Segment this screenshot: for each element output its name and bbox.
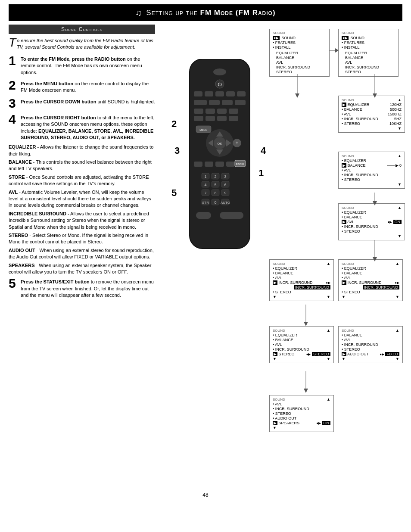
svg-rect-34 [215,162,224,167]
svg-rect-20 [229,116,238,121]
svg-text:STR: STR [202,201,209,205]
svg-text:4: 4 [204,183,206,187]
svg-rect-11 [222,100,233,105]
panel-equalizer: SOUND ▲ ▶ EQUALIZER 120HZ • BALANCE500HZ… [338,96,405,133]
svg-marker-69 [373,257,377,261]
step-2: 2 Press the MENU button on the remote co… [9,79,155,94]
panel-audio-out: SOUND ▲ • BALANCE • AVL • INCR. SURROUND… [338,326,403,363]
step-5: 5 Press the STATUS/EXIT button to remove… [9,277,155,299]
svg-text:3: 3 [224,174,226,179]
svg-marker-73 [304,389,308,393]
panel-stereo: SOUND ▲ • EQUALIZER • BALANCE • AVL • IN… [269,326,334,363]
svg-rect-5 [205,91,213,96]
panel-1: SOUND ●▶SOUND • FEATURES • INSTALL EQUAL… [269,29,330,77]
left-column: Sound Controls To ensure the best sound … [9,25,155,490]
svg-rect-7 [226,91,235,96]
svg-text:OK: OK [217,142,222,146]
step-3-label: 3 [174,145,180,156]
svg-rect-13 [194,109,203,114]
svg-rect-19 [217,116,227,121]
music-icon: ♫ [135,8,142,18]
svg-text:RADIO: RADIO [236,163,244,165]
svg-marker-71 [304,322,308,326]
svg-text:⏻: ⏻ [218,82,222,87]
svg-marker-65 [295,93,299,98]
right-column: ⏻ [159,25,405,490]
svg-text:0: 0 [214,200,216,205]
header-title: Setting up the FM Mode (FM Radio) [146,9,275,17]
svg-marker-75 [335,48,339,53]
step-1-label: 1 [258,168,264,179]
step-1: 1 To enter the FM Mode, press the RADIO … [9,54,155,76]
section-heading: Sound Controls [9,25,155,34]
remote-control: ⏻ [181,59,258,258]
svg-text:1: 1 [204,174,206,179]
panel-incr-right: SOUND ▲ • EQUALIZER • BALANCE • AVL ▶ IN… [338,259,403,301]
svg-rect-4 [194,91,202,96]
svg-text:5: 5 [214,183,216,187]
svg-point-1 [213,68,226,75]
svg-rect-6 [215,91,224,96]
svg-rect-63 [220,212,243,219]
svg-rect-12 [235,100,246,105]
svg-text:6: 6 [224,183,226,187]
step-4: 4 Press the CURSOR RIGHT button to shift… [9,113,155,141]
intro-text: To ensure the best sound quality from th… [9,37,155,51]
svg-rect-17 [194,116,203,121]
svg-rect-8 [237,91,246,96]
panel-speakers: SOUND ▲ • AVL • INCR. SURROUND • STEREO … [269,395,334,432]
svg-rect-62 [196,212,211,219]
svg-marker-67 [373,93,377,98]
step-5-label: 5 [171,187,177,199]
step-3: 3 Press the CURSOR DOWN button until SOU… [9,97,155,110]
terms-section: EQUALIZER - Allows the listener to chang… [9,144,155,275]
svg-rect-15 [217,109,227,114]
page-number: 48 [0,492,411,498]
svg-rect-14 [206,109,215,114]
step-4-label: 4 [261,145,266,156]
svg-rect-35 [226,162,235,167]
step-2-label: 2 [171,118,177,130]
page-header: ♫ Setting up the FM Mode (FM Radio) [9,4,402,21]
svg-text:8: 8 [214,191,216,195]
svg-marker-77 [373,201,377,205]
svg-rect-32 [194,162,202,167]
svg-rect-18 [206,116,215,121]
svg-text:AUTO: AUTO [221,201,230,205]
svg-text:+: + [235,140,238,146]
svg-rect-16 [229,109,238,114]
svg-text:9: 9 [224,191,226,195]
svg-text:7: 7 [204,191,206,195]
svg-rect-10 [209,100,220,105]
panel-2: SOUND ●▶SOUND • FEATURES • INSTALL EQUAL… [338,29,399,77]
svg-rect-33 [205,162,213,167]
panel-balance: SOUND ▲ • EQUALIZER ▶ BALANCE ——▶0 • AVL… [338,152,405,189]
svg-text:MENU: MENU [199,129,207,131]
panel-incr-left: SOUND ▲ • EQUALIZER • BALANCE • AVL ▶ IN… [269,259,334,301]
panel-avl: SOUND ▲ • EQUALIZER • BALANCE ▶ AVL ●▶ O… [338,203,405,240]
svg-text:2: 2 [214,174,216,179]
svg-rect-9 [194,100,207,105]
